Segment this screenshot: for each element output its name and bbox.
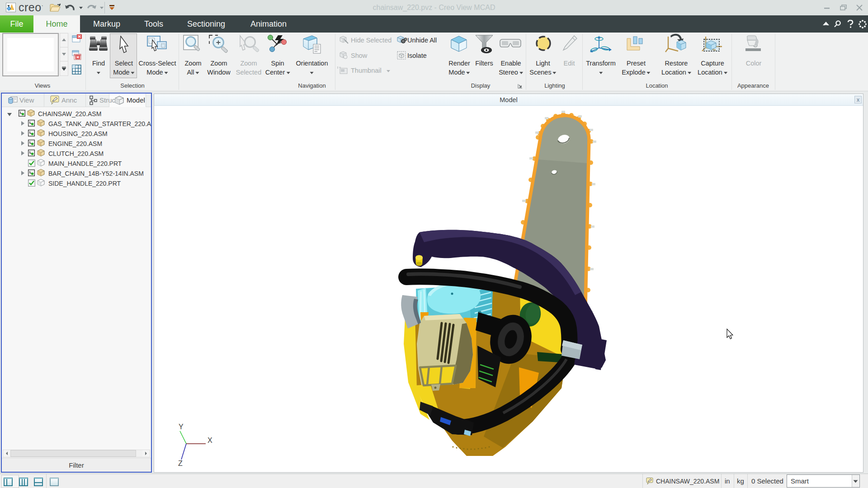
svg-text:Y: Y	[179, 423, 184, 431]
svg-text:X: X	[208, 436, 212, 444]
svg-text:Z: Z	[178, 460, 183, 467]
